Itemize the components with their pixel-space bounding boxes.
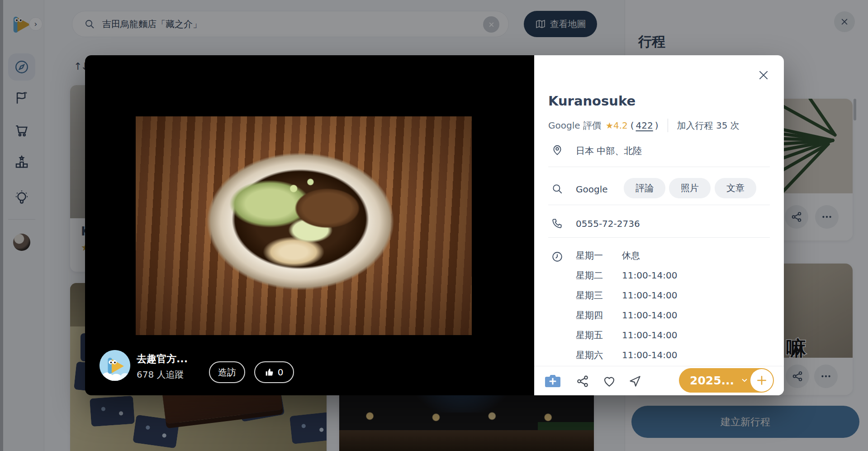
chevron-down-icon	[740, 376, 749, 384]
like-count: 0	[278, 367, 284, 378]
vertical-divider	[668, 119, 668, 132]
chip-reviews[interactable]: 評論	[624, 178, 665, 198]
thumbs-up-icon	[265, 368, 274, 377]
clock-icon	[551, 251, 563, 263]
chip-photos[interactable]: 照片	[669, 178, 711, 198]
add-to-trip-button[interactable]	[750, 369, 773, 392]
place-location[interactable]: 日本 中部、北陸	[576, 145, 642, 157]
camera-plus-icon	[545, 374, 561, 389]
phone-icon	[551, 217, 563, 229]
hours-row: 星期三11:00-14:00	[576, 285, 678, 305]
send-icon	[628, 374, 642, 388]
send-button[interactable]	[628, 366, 642, 395]
add-photo-button[interactable]	[545, 366, 561, 395]
author-followers: 678 人追蹤	[137, 369, 184, 381]
visit-button[interactable]: 造訪	[209, 361, 245, 383]
divider	[548, 205, 770, 205]
visit-label: 造訪	[218, 366, 236, 379]
hours-row: 星期二11:00-14:00	[576, 265, 678, 285]
like-button[interactable]: 0	[254, 361, 294, 383]
heart-icon	[602, 374, 616, 388]
trip-selector[interactable]: 2025...	[679, 368, 774, 393]
divider	[548, 167, 770, 167]
place-name: Kuranosuke	[548, 93, 636, 109]
review-count-link[interactable]: 422	[636, 120, 653, 131]
star-icon: ★	[606, 120, 613, 130]
place-detail-panel: Kuranosuke Google 評價 ★ 4.2 ( 422 ) 加入行程 …	[534, 55, 784, 395]
author-name[interactable]: 去趣官方...	[137, 352, 188, 366]
place-detail-modal: 去趣官方... 678 人追蹤 造訪 0 Kuranosuke Google 評…	[85, 55, 784, 395]
hours-row: 星期六11:00-14:00	[576, 345, 678, 365]
udon-bowl-photo	[136, 116, 472, 335]
rating-source: Google 評價	[548, 120, 601, 132]
trip-selector-label: 2025...	[690, 374, 734, 387]
share-icon	[576, 374, 589, 388]
hours-row: 星期四11:00-14:00	[576, 305, 678, 325]
search-icon	[551, 183, 563, 195]
hours-row: 星期五11:00-14:00	[576, 325, 678, 345]
search-source-label: Google	[576, 184, 608, 195]
place-phone[interactable]: 0555-72-2736	[576, 218, 640, 229]
author-avatar[interactable]	[100, 350, 130, 381]
close-icon	[758, 69, 769, 81]
photo-viewer: 去趣官方... 678 人追蹤 造訪 0	[85, 55, 534, 395]
rating-value: 4.2	[613, 120, 628, 131]
opening-hours: 星期一休息 星期二11:00-14:00 星期三11:00-14:00 星期四1…	[576, 245, 678, 385]
added-count: 加入行程 35 次	[677, 120, 740, 132]
chip-articles[interactable]: 文章	[715, 178, 756, 198]
hours-row: 星期一休息	[576, 245, 678, 265]
plus-icon	[756, 374, 768, 386]
share-button[interactable]	[576, 366, 589, 395]
rating-row: Google 評價 ★ 4.2 ( 422 ) 加入行程 35 次	[548, 119, 740, 132]
favorite-button[interactable]	[602, 366, 616, 395]
divider	[548, 237, 770, 238]
modal-close-button[interactable]	[757, 68, 770, 82]
modal-action-bar: 2025...	[534, 366, 784, 395]
location-pin-icon	[551, 144, 563, 156]
